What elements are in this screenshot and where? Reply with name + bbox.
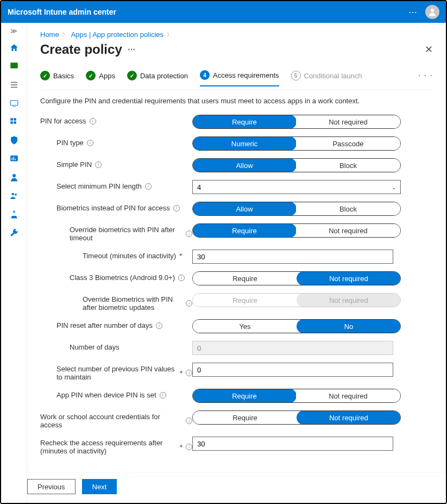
users-icon[interactable] [9, 172, 20, 183]
pill-option[interactable]: Passcode [296, 137, 400, 150]
pill-option[interactable]: Allow [192, 158, 297, 172]
info-icon[interactable]: i [156, 322, 162, 329]
info-icon[interactable]: i [186, 300, 192, 307]
row-recheck-after: Recheck the access requirements after (m… [40, 437, 433, 455]
chevron-right-icon: 〉 [62, 31, 68, 39]
label-text: Select number of previous PIN values to … [56, 365, 177, 381]
pill-option[interactable]: Not required [297, 271, 401, 285]
toggle-work-account-creds[interactable]: Require Not required [192, 410, 401, 425]
breadcrumb-home[interactable]: Home [40, 30, 59, 39]
step-data-protection[interactable]: ✓ Data protection [127, 71, 188, 86]
pill-option[interactable]: Allow [192, 202, 297, 216]
next-button[interactable]: Next [82, 479, 117, 494]
pill-option[interactable]: Not required [296, 115, 400, 128]
toggle-pin-type[interactable]: Numeric Passcode [192, 136, 401, 151]
pill-option[interactable]: No [297, 319, 401, 333]
page-more-icon[interactable]: ⋯ [128, 45, 135, 54]
row-app-pin-when-device-pin: App PIN when device PIN is set i Require… [40, 389, 433, 403]
topbar-more-icon[interactable]: ⋯ [408, 7, 418, 17]
input-recheck-after[interactable] [192, 437, 393, 451]
toggle-class3-biometrics[interactable]: Require Not required [192, 271, 401, 285]
step-apps[interactable]: ✓ Apps [86, 71, 115, 86]
label-text: Biometrics instead of PIN for access [56, 204, 170, 212]
label-text: Timeout (minutes of inactivity) [83, 252, 176, 260]
label-text: PIN type [56, 139, 84, 147]
steps-more-icon[interactable]: · · · [418, 71, 433, 86]
toggle-pin-reset-days[interactable]: Yes No [192, 319, 401, 333]
steps-separator [40, 90, 433, 90]
label-biometrics-instead: Biometrics instead of PIN for access i [40, 202, 192, 212]
pill-option[interactable]: Not required [296, 389, 400, 402]
pill-option[interactable]: Require [192, 115, 297, 129]
devices-icon[interactable] [9, 98, 20, 109]
tenant-icon[interactable] [9, 209, 20, 220]
pill-option[interactable]: Not required [296, 224, 400, 237]
pill-option[interactable]: Require [192, 223, 297, 238]
chevron-right-icon: 〉 [167, 31, 172, 39]
step-label: Access requirements [213, 71, 279, 79]
toggle-biometrics-instead[interactable]: Allow Block [192, 202, 401, 216]
info-icon[interactable]: i [160, 392, 166, 399]
wizard-steps: ✓ Basics ✓ Apps ✓ Data protection 4 Acce… [40, 70, 433, 86]
content-area: Home 〉 Apps | App protection policies 〉 … [27, 23, 446, 503]
reports-icon[interactable] [9, 153, 20, 164]
toggle-app-pin-when-device-pin[interactable]: Require Not required [192, 389, 401, 403]
close-icon[interactable]: ✕ [425, 43, 433, 55]
check-icon: ✓ [127, 71, 137, 80]
groups-icon[interactable] [9, 190, 20, 201]
pill-option[interactable]: Yes [193, 320, 297, 333]
label-text: Override biometrics with PIN after timeo… [70, 226, 182, 242]
pill-option[interactable]: Numeric [192, 136, 297, 151]
info-icon[interactable]: i [186, 231, 192, 237]
row-work-account-creds: Work or school account credentials for a… [40, 410, 433, 429]
pill-option[interactable]: Not required [297, 410, 401, 425]
info-icon[interactable]: i [145, 183, 152, 190]
info-icon[interactable]: i [186, 370, 192, 376]
input-previous-pin-count[interactable] [192, 363, 393, 377]
step-label: Basics [53, 72, 74, 80]
breadcrumb-apps[interactable]: Apps | App protection policies [71, 30, 163, 39]
select-min-pin-length[interactable]: 4 ⌄ [192, 180, 401, 194]
toggle-pin-for-access[interactable]: Require Not required [192, 115, 401, 129]
previous-button[interactable]: Previous [27, 479, 75, 494]
pill-option[interactable]: Require [193, 411, 297, 424]
pill-option[interactable]: Block [296, 202, 400, 215]
input-timeout-minutes[interactable] [192, 250, 393, 264]
control [192, 363, 401, 377]
svg-rect-5 [10, 121, 13, 124]
info-icon[interactable]: i [186, 444, 192, 450]
info-icon[interactable]: i [90, 118, 96, 125]
dashboard-icon[interactable] [9, 61, 20, 72]
step-access-requirements[interactable]: 4 Access requirements [200, 70, 279, 86]
apps-icon[interactable] [9, 116, 20, 127]
pill-option[interactable]: Require [193, 272, 297, 285]
control: Require Not required [192, 293, 401, 307]
info-icon[interactable]: i [173, 205, 180, 211]
app-title: Microsoft Intune admin center [8, 8, 116, 16]
info-icon[interactable]: i [95, 161, 102, 168]
row-simple-pin: Simple PIN i Allow Block [40, 158, 433, 172]
troubleshoot-icon[interactable] [9, 227, 20, 238]
svg-point-12 [11, 193, 14, 196]
info-icon[interactable]: i [186, 418, 192, 424]
intro-text: Configure the PIN and credential require… [40, 97, 433, 105]
home-icon[interactable] [9, 42, 20, 53]
svg-point-0 [431, 9, 434, 12]
toggle-simple-pin[interactable]: Allow Block [192, 158, 401, 172]
page-title-text: Create policy [40, 42, 122, 57]
step-conditional-launch[interactable]: 5 Conditional launch [291, 71, 362, 86]
info-icon[interactable]: i [87, 140, 93, 146]
label-work-account-creds: Work or school account credentials for a… [40, 410, 192, 429]
info-icon[interactable]: i [178, 275, 185, 281]
nav-rail: ≫ [1, 23, 27, 503]
pill-option[interactable]: Block [296, 159, 400, 172]
list-icon[interactable] [9, 79, 20, 90]
pill-option[interactable]: Require [192, 389, 297, 403]
security-icon[interactable] [9, 135, 20, 146]
control: Require Not required [192, 115, 401, 129]
avatar[interactable] [425, 5, 439, 19]
step-basics[interactable]: ✓ Basics [40, 71, 74, 86]
label-text: Work or school account credentials for a… [40, 413, 182, 429]
toggle-override-after-timeout[interactable]: Require Not required [192, 223, 401, 238]
rail-collapse-icon[interactable]: ≫ [10, 27, 17, 35]
